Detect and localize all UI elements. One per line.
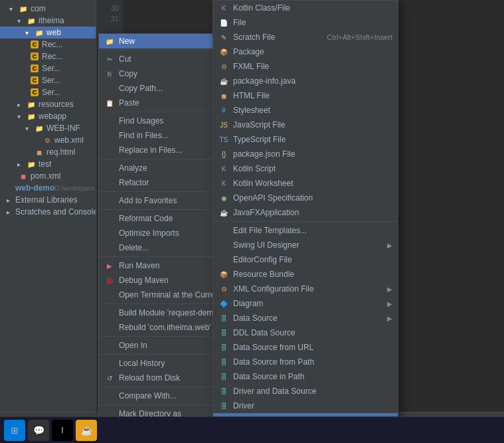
expand-icon: ▾ bbox=[13, 15, 24, 26]
submenu-item-editorconfig[interactable]: EditorConfig File bbox=[213, 252, 398, 267]
submenu-label: OpenAPI Specification bbox=[233, 193, 392, 203]
submenu-item-xmlconfigfile[interactable]: ⚙ XML Configuration File ▶ bbox=[213, 282, 398, 296]
submenu-item-fxml[interactable]: ⚙ FXML File bbox=[213, 59, 398, 74]
submenu-label: JavaFXApplication bbox=[233, 208, 392, 217]
submenu-item-editfiletemplates[interactable]: Edit File Templates... bbox=[213, 223, 398, 238]
tree-item-pom[interactable]: ◼ pom.xml bbox=[0, 170, 96, 182]
tree-item-reqhtml[interactable]: ◼ req.html bbox=[0, 146, 96, 158]
json-icon: {} bbox=[218, 149, 229, 159]
expand-icon: ▸ bbox=[3, 207, 13, 217]
expand-icon bbox=[5, 171, 16, 181]
submenu-item-datasourceinpath[interactable]: 🗄 Data Source in Path bbox=[213, 369, 398, 384]
submenu-item-kotlinworksheet[interactable]: K Kotlin Worksheet bbox=[213, 176, 398, 191]
submenu-item-swinguidesigner[interactable]: Swing UI Designer ▶ bbox=[213, 238, 398, 252]
datasource-path-icon: 🗄 bbox=[218, 357, 229, 367]
tree-item-webdemo[interactable]: web-demo D:\workspace bbox=[0, 182, 96, 194]
submenu-item-jsfile[interactable]: JS JavaScript File bbox=[213, 118, 398, 132]
submenu-item-kotlinclass[interactable]: K Kotlin Class/File bbox=[213, 1, 398, 15]
tree-item-scratches[interactable]: ▸ Scratches and Consoles bbox=[0, 206, 96, 218]
submenu-label: JavaScript File bbox=[233, 120, 392, 130]
tree-item-ser1[interactable]: C Ser... bbox=[0, 62, 96, 74]
folder-icon: 📁 bbox=[26, 99, 37, 110]
tree-item-com[interactable]: ▾ 📁 com bbox=[0, 3, 96, 15]
bundle-icon: 📦 bbox=[218, 269, 229, 280]
submenu-item-driveranddatasource[interactable]: 🗄 Driver and Data Source bbox=[213, 384, 398, 399]
taskbar-java[interactable]: ☕ bbox=[76, 420, 97, 441]
find-icon bbox=[104, 116, 115, 126]
tree-item-ser2[interactable]: C Ser... bbox=[0, 74, 96, 86]
html-file-icon: ◼ bbox=[218, 90, 229, 101]
editorconfig-icon bbox=[218, 254, 229, 265]
maven-icon: ◼ bbox=[18, 171, 29, 181]
tree-label: Ser... bbox=[42, 76, 60, 85]
tree-item-extlibs[interactable]: ▸ External Libraries bbox=[0, 194, 96, 206]
submenu-item-resourcebundle[interactable]: 📦 Resource Bundle bbox=[213, 267, 398, 282]
submenu-item-diagram[interactable]: 🔷 Diagram ▶ bbox=[213, 296, 398, 311]
expand-icon: ▸ bbox=[13, 159, 24, 169]
expand-icon: ▾ bbox=[21, 27, 32, 38]
tree-label: Ser... bbox=[42, 64, 60, 73]
tree-item-itheima[interactable]: ▾ 📁 itheima bbox=[0, 15, 96, 27]
arrow-icon: ▶ bbox=[386, 286, 392, 293]
tree-item-webinf[interactable]: ▾ 📁 WEB-INF bbox=[0, 122, 96, 134]
submenu-label: Package bbox=[233, 47, 392, 56]
submenu-label: Data Source bbox=[233, 313, 386, 323]
submenu-item-packageinfojava[interactable]: ☕ package-info.java bbox=[213, 74, 398, 88]
expand-icon bbox=[21, 147, 32, 157]
ts-icon: TS bbox=[218, 134, 229, 145]
tree-item-webxml[interactable]: ⚙ web.xml bbox=[0, 134, 96, 146]
arrow-icon: ▶ bbox=[386, 315, 392, 322]
class-icon: C bbox=[29, 51, 40, 62]
taskbar-chat[interactable]: 💬 bbox=[28, 420, 49, 441]
submenu-label: Driver bbox=[233, 401, 392, 410]
tree-item-webapp[interactable]: ▾ 📁 webapp bbox=[0, 110, 96, 122]
submenu-item-package[interactable]: 📦 Package bbox=[213, 44, 398, 59]
tree-item-resources[interactable]: ▸ 📁 resources bbox=[0, 98, 96, 110]
tree-item-rec2[interactable]: C Rec... bbox=[0, 50, 96, 62]
class-icon: C bbox=[29, 75, 40, 86]
taskbar-windows[interactable]: ⊞ bbox=[4, 420, 25, 441]
tree-item-web[interactable]: ▾ 📁 web bbox=[0, 27, 96, 39]
openin-icon bbox=[104, 340, 115, 351]
file-tree: ▾ 📁 com ▾ 📁 itheima ▾ 📁 web C Rec... C R… bbox=[0, 0, 96, 412]
submenu-label: XML Configuration File bbox=[233, 284, 386, 294]
submenu-item-kotlinscript[interactable]: K Kotlin Script bbox=[213, 161, 398, 176]
submenu-item-openapispec[interactable]: ◉ OpenAPI Specification bbox=[213, 191, 398, 205]
tree-item-rec1[interactable]: C Rec... bbox=[0, 39, 96, 50]
submenu-item-stylesheet[interactable]: # Stylesheet bbox=[213, 103, 398, 118]
folder-icon: 📁 bbox=[26, 159, 37, 169]
expand-icon: ▸ bbox=[3, 195, 13, 205]
refactor-icon bbox=[104, 177, 115, 188]
package-icon: 📦 bbox=[218, 46, 229, 57]
tree-label: web bbox=[46, 28, 61, 37]
tree-item-test[interactable]: ▸ 📁 test bbox=[0, 158, 96, 170]
file-icon: 📄 bbox=[218, 17, 229, 28]
optimize-icon bbox=[104, 228, 115, 238]
submenu-item-scratchfile[interactable]: ✎ Scratch File Ctrl+Alt+Shift+Insert bbox=[213, 30, 398, 44]
submenu-item-htmlfile[interactable]: ◼ HTML File bbox=[213, 88, 398, 103]
submenu-label: Data Source from URL bbox=[233, 343, 392, 352]
js-icon: JS bbox=[218, 120, 229, 130]
submenu-item-datasourcefrompath[interactable]: 🗄 Data Source from Path bbox=[213, 355, 398, 369]
diagram-icon: 🔷 bbox=[218, 298, 229, 309]
taskbar-idea[interactable]: I bbox=[52, 420, 73, 441]
submenu-item-datasourcefromurl[interactable]: 🗄 Data Source from URL bbox=[213, 340, 398, 355]
submenu-label: FXML File bbox=[233, 62, 392, 71]
folder-icon: 📁 bbox=[34, 123, 44, 133]
tree-item-ser3[interactable]: C Ser... bbox=[0, 86, 96, 98]
submenu-item-ddldatasource[interactable]: 🗄 DDL Data Source bbox=[213, 325, 398, 340]
submenu-item-datasource[interactable]: 🗄 Data Source ▶ bbox=[213, 311, 398, 325]
submenu-item-tsfile[interactable]: TS TypeScript File bbox=[213, 132, 398, 147]
expand-icon: ▾ bbox=[5, 3, 16, 14]
submenu-item-packagejson[interactable]: {} package.json File bbox=[213, 147, 398, 161]
build-icon bbox=[104, 308, 115, 318]
folder-icon: 📁 bbox=[18, 3, 29, 14]
submenu-label: Data Source from Path bbox=[233, 357, 392, 367]
submenu-item-javafxapp[interactable]: ☕ JavaFXApplication bbox=[213, 205, 398, 220]
submenu-label: File bbox=[233, 18, 392, 27]
scratch-icon: ✎ bbox=[218, 32, 229, 43]
submenu-item-driver[interactable]: 🗄 Driver bbox=[213, 399, 398, 413]
expand-icon bbox=[29, 135, 40, 145]
expand-icon: ▾ bbox=[21, 123, 32, 133]
submenu-item-file[interactable]: 📄 File bbox=[213, 15, 398, 30]
